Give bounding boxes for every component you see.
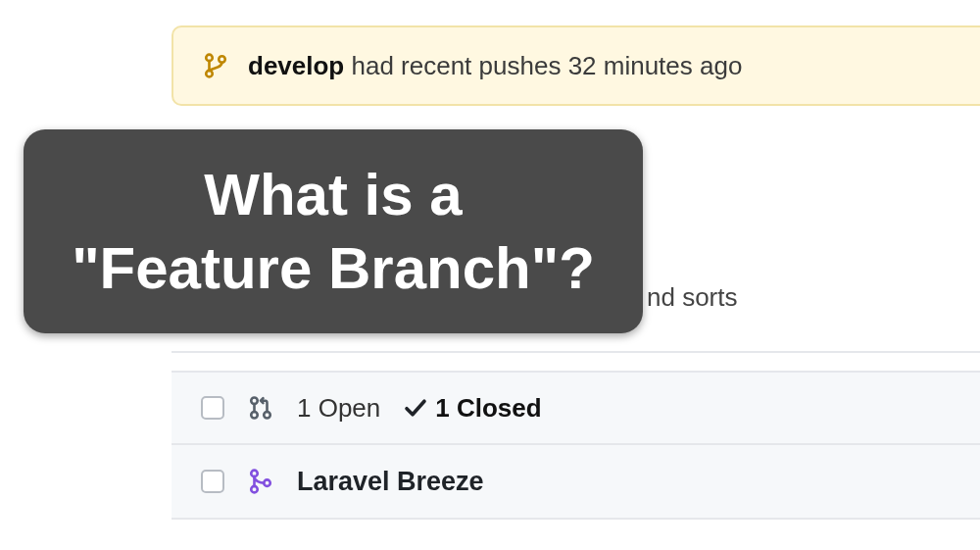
check-icon [404,396,427,420]
git-pull-request-icon [248,393,273,423]
row-checkbox[interactable] [201,470,224,493]
select-all-checkbox[interactable] [201,396,224,420]
pr-list-row[interactable]: Laravel Breeze [172,445,980,520]
overlay-line-2: "Feature Branch"? [72,231,595,305]
recent-push-text: develop had recent pushes 32 minutes ago [248,51,742,81]
pr-title: Laravel Breeze [297,467,484,497]
closed-count-text: 1 Closed [435,393,541,424]
clear-filters-hint[interactable]: nd sorts [647,263,980,331]
clear-filters-hint-text: nd sorts [647,282,738,313]
recent-push-banner: develop had recent pushes 32 minutes ago [172,25,980,106]
banner-suffix: had recent pushes 32 minutes ago [344,51,742,80]
title-overlay-card: What is a "Feature Branch"? [24,129,643,333]
overlay-line-1: What is a [204,158,462,231]
closed-count-tab[interactable]: 1 Closed [404,393,541,424]
open-count-tab[interactable]: 1 Open [297,393,380,424]
git-branch-icon [203,51,228,80]
divider [172,351,980,353]
git-merge-icon [248,467,273,496]
pr-list-header: 1 Open 1 Closed [172,371,980,445]
branch-name: develop [248,51,344,80]
